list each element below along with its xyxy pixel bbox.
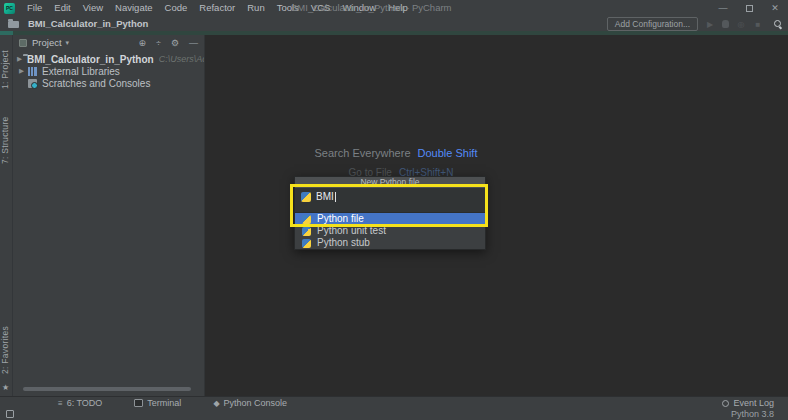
folder-icon (8, 21, 19, 28)
new-python-file-dialog: New Python file BMI Python file Python u… (294, 176, 486, 250)
dialog-title: New Python file (295, 177, 485, 188)
breadcrumb[interactable]: BMI_Calculator_in_Python (7, 18, 148, 29)
stripe-item-project[interactable]: 1: Project (0, 41, 13, 99)
status-bar: Python 3.8 (0, 409, 788, 420)
option-python-stub[interactable]: Python stub (295, 237, 485, 249)
tree-label: External Libraries (42, 66, 120, 77)
gear-icon[interactable]: ⚙ (171, 38, 179, 48)
maximize-icon[interactable] (736, 0, 762, 16)
window-title: BMI_Calculator_in_Python - PyCharm (291, 0, 452, 16)
left-tool-stripe: 1: Project 7: Structure 2: Favorites ★ (0, 35, 13, 396)
tree-row-project-root[interactable]: ▶ BMI_Calculator_in_Python C:\Users\Admi… (13, 53, 204, 65)
stripe-item-favorites[interactable]: 2: Favorites (0, 318, 13, 382)
event-log-label: Event Log (733, 398, 774, 408)
todo-label: 6: TODO (67, 398, 103, 408)
option-python-file[interactable]: Python file (295, 213, 485, 225)
project-panel-toolbar: ⊕ ÷ ⚙ — (138, 35, 198, 50)
todo-list-icon: ≡ (58, 399, 63, 408)
python-icon (302, 239, 311, 248)
python-console-label: Python Console (224, 398, 288, 408)
debug-icon[interactable] (722, 20, 729, 28)
tool-window-switcher-icon[interactable] (6, 410, 14, 418)
event-log-icon (722, 400, 729, 407)
maximize-glyph (746, 5, 753, 12)
tree-path: C:\Users\Admin\PycharmP (159, 54, 205, 64)
pycharm-logo-icon: PC (4, 3, 15, 14)
run-icon[interactable]: ▶ (705, 20, 715, 29)
project-panel-title[interactable]: Project (32, 37, 62, 48)
hint-shortcut: Double Shift (418, 147, 478, 159)
tree-row-scratches[interactable]: Scratches and Consoles (13, 77, 204, 89)
menu-code[interactable]: Code (159, 0, 194, 16)
libraries-icon (28, 67, 37, 76)
minimize-icon[interactable]: — (710, 0, 736, 16)
locate-icon[interactable]: ⊕ (138, 38, 146, 48)
tool-window-icon (19, 39, 27, 47)
menu-view[interactable]: View (77, 0, 109, 16)
python-icon (302, 227, 311, 236)
event-log-tab[interactable]: Event Log (722, 398, 774, 408)
menu-navigate[interactable]: Navigate (109, 0, 159, 16)
option-python-unit-test[interactable]: Python unit test (295, 225, 485, 237)
text-caret (335, 192, 336, 202)
search-everywhere-hint: Search EverywhereDouble Shift (206, 147, 586, 159)
chevron-down-icon[interactable]: ▾ (66, 39, 70, 47)
python-console-tab[interactable]: ◆ Python Console (213, 398, 287, 408)
run-toolbar: Add Configuration... ▶ ◎ ■ (607, 17, 782, 31)
title-bar: PC File Edit View Navigate Code Refactor… (0, 0, 788, 16)
coverage-icon[interactable]: ◎ (736, 20, 746, 29)
tree-label: Scratches and Consoles (42, 78, 150, 89)
pycharm-window: PC File Edit View Navigate Code Refactor… (0, 0, 788, 420)
menu-run[interactable]: Run (241, 0, 270, 16)
python-console-icon: ◆ (213, 399, 219, 408)
option-label: Python stub (317, 237, 370, 249)
scratches-icon (28, 79, 37, 88)
collapse-all-icon[interactable]: ÷ (156, 38, 161, 48)
option-label: Python file (317, 213, 364, 225)
todo-tab[interactable]: ≡ 6: TODO (58, 398, 102, 408)
stop-icon[interactable]: ■ (753, 20, 763, 29)
add-configuration-button[interactable]: Add Configuration... (607, 17, 698, 31)
hint-text: Search Everywhere (315, 147, 411, 159)
python-icon (302, 215, 311, 224)
breadcrumb-label: BMI_Calculator_in_Python (28, 18, 148, 29)
terminal-icon (134, 399, 143, 407)
favorites-star-icon[interactable]: ★ (2, 383, 9, 392)
tree-row-external-libraries[interactable]: ▶ External Libraries (13, 65, 204, 77)
terminal-tab[interactable]: Terminal (134, 398, 181, 408)
horizontal-scrollbar[interactable] (23, 387, 191, 391)
expand-arrow-icon[interactable]: ▶ (17, 55, 22, 63)
search-everywhere-icon[interactable] (774, 20, 782, 28)
menu-refactor[interactable]: Refactor (193, 0, 241, 16)
project-panel-header: Project ▾ ⊕ ÷ ⚙ — (13, 35, 204, 50)
tree-label: BMI_Calculator_in_Python (27, 54, 154, 65)
hide-panel-icon[interactable]: — (189, 38, 198, 48)
main-toolbar: BMI_Calculator_in_Python Add Configurati… (0, 16, 788, 31)
terminal-label: Terminal (147, 398, 181, 408)
expand-arrow-icon[interactable]: ▶ (17, 67, 26, 75)
tool-window-bar: ≡ 6: TODO Terminal ◆ Python Console Even… (0, 396, 788, 409)
interpreter-status[interactable]: Python 3.8 (731, 409, 774, 420)
menu-file[interactable]: File (21, 0, 48, 16)
project-panel: Project ▾ ⊕ ÷ ⚙ — ▶ BMI_Calculator_in_Py… (13, 35, 205, 396)
python-icon (301, 192, 311, 202)
stripe-item-structure[interactable]: 7: Structure (0, 107, 13, 173)
window-controls: — ✕ (710, 0, 788, 16)
menu-edit[interactable]: Edit (48, 0, 76, 16)
option-label: Python unit test (317, 225, 386, 237)
project-tree: ▶ BMI_Calculator_in_Python C:\Users\Admi… (13, 53, 204, 89)
close-icon[interactable]: ✕ (762, 0, 788, 16)
file-name-value: BMI (316, 192, 334, 202)
file-name-input[interactable]: BMI (295, 188, 485, 213)
